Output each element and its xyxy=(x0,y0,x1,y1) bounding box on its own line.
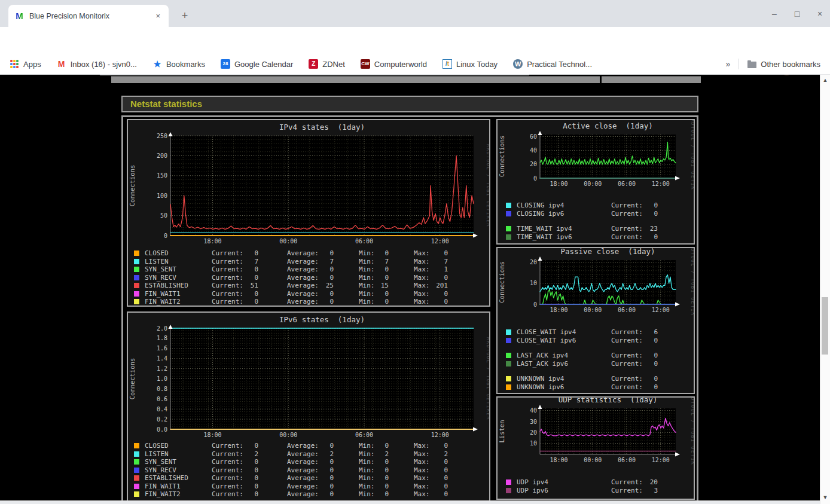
page-content: Netstat statistics 05010015020025018:000… xyxy=(0,75,820,504)
legend-series-name: CLOSING ipv4 xyxy=(517,201,564,209)
bookmark-computerworld[interactable]: CWComputerworld xyxy=(361,59,427,69)
svg-text:1.0: 1.0 xyxy=(157,375,167,382)
bookmark-practical-technology[interactable]: WPractical Technol... xyxy=(513,59,592,69)
bookmark-linux-today[interactable]: /tLinux Today xyxy=(443,59,498,69)
legend-stat-value: 0 xyxy=(317,265,334,273)
legend-stat-label: Max: xyxy=(414,482,430,490)
scrollbar-thumb[interactable] xyxy=(822,297,828,355)
legend-stat-value: 0 xyxy=(242,290,258,298)
legend-stat-label: Min: xyxy=(359,458,375,466)
graphs-column-left: 05010015020025018:0000:0006:0012:00IPv4 … xyxy=(127,119,490,504)
legend-stat-value: 2 xyxy=(242,450,258,458)
svg-text:12:00: 12:00 xyxy=(652,457,670,463)
legend-stat-value: 0 xyxy=(242,490,258,498)
bookmark-label: Apps xyxy=(23,60,41,69)
bookmarks-overflow-icon[interactable]: » xyxy=(726,59,731,69)
legend-stat-label: Current: xyxy=(611,383,643,391)
maximize-button[interactable]: □ xyxy=(788,7,806,20)
svg-text:0.6: 0.6 xyxy=(157,396,167,402)
legend-swatch xyxy=(134,275,139,280)
legend-stat-value: 0 xyxy=(430,274,448,282)
legend-stat-value: 0 xyxy=(242,458,258,466)
legend-series-name: CLOSE_WAIT ipv4 xyxy=(517,328,576,336)
monitorix-favicon: M xyxy=(14,11,25,21)
legend-stat-value: 2 xyxy=(317,450,334,458)
scroll-down-icon[interactable]: ▼ xyxy=(822,494,828,500)
legend-stat-label: Average: xyxy=(287,265,319,273)
legend-stat-value: 0 xyxy=(317,298,334,306)
legend-stat-label: Average: xyxy=(287,298,319,306)
legend-stat-value: 0 xyxy=(377,482,389,490)
legend-series-name: UDP ipv4 xyxy=(517,478,548,486)
legend-stat-label: Min: xyxy=(359,474,375,482)
legend-stat-value: 0 xyxy=(640,201,658,209)
active-close-chart: 020406018:0000:0006:0012:00Active close … xyxy=(498,120,694,190)
legend-series-name: CLOSING ipv6 xyxy=(517,210,564,218)
other-bookmarks[interactable]: Other bookmarks xyxy=(747,60,820,69)
legend-stat-label: Current: xyxy=(212,466,243,474)
svg-text:Passive close (1day): Passive close (1day) xyxy=(560,248,655,256)
bookmark-zdnet[interactable]: ZZDNet xyxy=(309,59,345,69)
legend-stat-value: 0 xyxy=(377,466,389,474)
legend-stat-label: Max: xyxy=(414,249,430,257)
section-header: Netstat statistics xyxy=(121,96,698,112)
new-tab-button[interactable]: + xyxy=(177,8,193,24)
bookmark-google-calendar[interactable]: 28Google Calendar xyxy=(221,59,293,69)
legend-swatch xyxy=(506,338,511,343)
legend-stat-value: 25 xyxy=(317,282,334,289)
svg-text:20: 20 xyxy=(530,161,537,167)
tab-close-icon[interactable]: × xyxy=(153,10,163,22)
legend-series-name: CLOSED xyxy=(145,249,169,257)
bookmark-label: Practical Technol... xyxy=(527,60,592,69)
legend-row: TIME_WAIT ipv4Current:23 xyxy=(498,225,694,233)
svg-text:2.0: 2.0 xyxy=(157,325,167,332)
legend-stat-value: 0 xyxy=(640,383,658,391)
bookmark-apps[interactable]: Apps xyxy=(10,59,41,69)
legend-group: UNKNOWN ipv4Current:0UNKNOWN ipv6Current… xyxy=(498,375,694,391)
legend-stat-value: 0 xyxy=(430,474,448,482)
legend-stat-label: Average: xyxy=(287,466,319,474)
bookmark-bookmarks[interactable]: ★Bookmarks xyxy=(152,59,205,69)
svg-text:Active close (1day): Active close (1day) xyxy=(563,121,653,130)
svg-text:00:00: 00:00 xyxy=(279,432,297,438)
minimize-button[interactable]: – xyxy=(765,7,783,20)
window-close-button[interactable]: × xyxy=(811,7,829,20)
svg-text:60: 60 xyxy=(530,133,537,140)
legend-stat-label: Max: xyxy=(414,290,430,298)
legend-row: ESTABLISHEDCurrent:51Average:25Min:15Max… xyxy=(128,282,489,290)
legend-row: LISTENCurrent:2Average:2Min:2Max:2 xyxy=(128,450,489,459)
legend-group: UDP ipv4Current:20UDP ipv6Current:3 xyxy=(498,478,694,494)
browser-tab[interactable]: M Blue Precision Monitorix × xyxy=(8,5,169,27)
legend-stat-value: 0 xyxy=(640,360,658,368)
legend-stat-value: 0 xyxy=(242,482,258,490)
vertical-scrollbar[interactable] xyxy=(820,75,830,504)
legend-stat-value: 0 xyxy=(317,482,334,490)
bookmarks-bar: AppsMInbox (16) - sjvn0...★Bookmarks28Go… xyxy=(0,54,830,75)
legend-stat-label: Min: xyxy=(359,290,375,298)
legend-stat-label: Max: xyxy=(414,258,430,265)
svg-text:0: 0 xyxy=(164,233,167,239)
legend-group: CLOSING ipv4Current:0CLOSING ipv6Current… xyxy=(498,201,694,218)
legend-stat-label: Average: xyxy=(287,450,319,458)
legend-stat-value: 0 xyxy=(430,482,448,490)
legend-group: TIME_WAIT ipv4Current:23TIME_WAIT ipv6Cu… xyxy=(498,225,694,241)
legend-stat-value: 7 xyxy=(430,258,448,265)
svg-text:30: 30 xyxy=(530,419,537,425)
previous-section-panel-edge xyxy=(602,76,701,83)
ipv6-states-legend: CLOSEDCurrent:0Average:0Min:0Max:0LISTEN… xyxy=(128,442,489,499)
legend-row: UDP ipv4Current:20 xyxy=(498,478,694,487)
legend-row: SYN_SENTCurrent:0Average:0Min:0Max:0 xyxy=(128,458,489,466)
scroll-up-icon[interactable]: ▲ xyxy=(822,77,828,83)
svg-text:20: 20 xyxy=(530,259,537,265)
legend-row: CLOSEDCurrent:0Average:0Min:0Max:0 xyxy=(128,442,489,450)
legend-stat-label: Max: xyxy=(414,466,430,474)
horizontal-scrollbar-track xyxy=(0,500,820,504)
svg-text:IPv4 states (1day): IPv4 states (1day) xyxy=(279,123,365,132)
legend-stat-value: 0 xyxy=(317,442,334,450)
udp-statistics-chart: 1020304018:0000:0006:0012:00UDP statisti… xyxy=(498,398,694,466)
bookmark-inbox[interactable]: MInbox (16) - sjvn0... xyxy=(57,59,137,69)
legend-series-name: FIN_WAIT1 xyxy=(145,482,181,490)
legend-stat-label: Max: xyxy=(414,442,430,450)
legend-swatch xyxy=(134,475,139,481)
svg-text:Connections: Connections xyxy=(129,165,136,207)
